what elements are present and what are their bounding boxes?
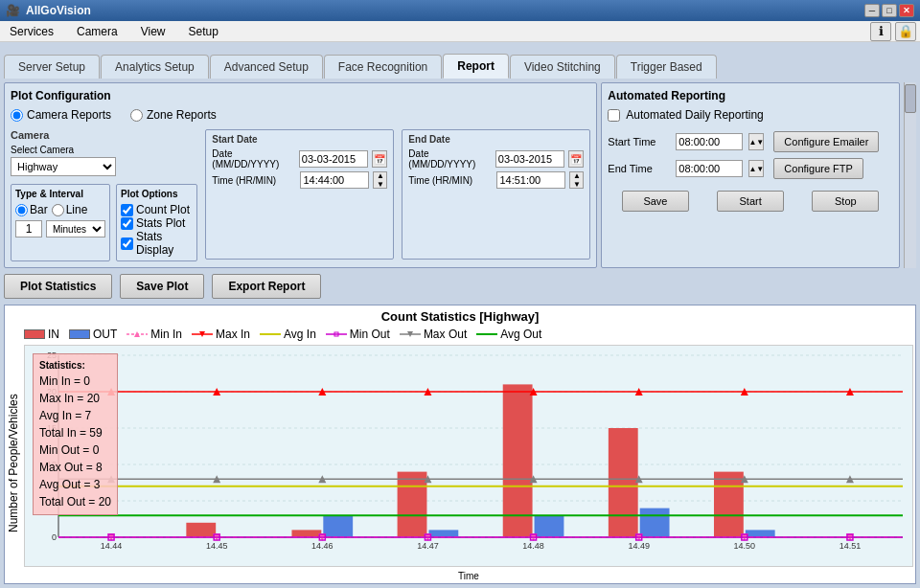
start-time-input[interactable] bbox=[300, 171, 369, 189]
stats-display-check[interactable] bbox=[121, 237, 133, 250]
camera-select[interactable]: Highway bbox=[11, 157, 116, 176]
end-time-input[interactable] bbox=[496, 171, 565, 189]
start-time-spin2[interactable]: ▲▼ bbox=[748, 133, 764, 150]
minimize-btn[interactable]: ─ bbox=[864, 4, 880, 17]
auto-daily-check[interactable] bbox=[608, 109, 620, 122]
menu-view[interactable]: View bbox=[135, 23, 172, 40]
plot-config-panel: Plot Configuration Camera Reports Zone R… bbox=[4, 82, 597, 268]
start-date-input[interactable] bbox=[299, 150, 368, 168]
tab-server-setup[interactable]: Server Setup bbox=[4, 55, 100, 79]
radio-camera-reports[interactable]: Camera Reports bbox=[11, 108, 111, 122]
tab-face-recognition[interactable]: Face Recognition bbox=[324, 55, 442, 79]
stat-line-5: Max Out = 8 bbox=[39, 459, 111, 476]
scroll-thumb[interactable] bbox=[905, 84, 916, 113]
legend-min-out: Min Out bbox=[326, 328, 390, 341]
save-plot-btn[interactable]: Save Plot bbox=[120, 274, 204, 299]
auto-report-title: Automated Reporting bbox=[608, 89, 893, 102]
stat-line-7: Total Out = 20 bbox=[39, 493, 111, 510]
legend-min-in: Min In bbox=[126, 328, 182, 341]
camera-label: Camera bbox=[11, 129, 197, 141]
menu-camera[interactable]: Camera bbox=[71, 23, 124, 40]
stat-line-4: Min Out = 0 bbox=[39, 441, 111, 459]
title-bar: 🎥 AllGoVision ─ □ ✕ bbox=[0, 0, 920, 21]
interval-select[interactable]: Minutes bbox=[46, 220, 105, 237]
stat-line-3: Total In = 59 bbox=[39, 424, 111, 441]
start-date-box: Start Date Date (MM/DD/YYYY) 📅 Time (HR/… bbox=[205, 129, 394, 260]
stat-line-1: Max In = 20 bbox=[39, 390, 111, 407]
select-camera-label: Select Camera bbox=[11, 145, 197, 155]
x-axis-label: Time bbox=[22, 569, 915, 583]
lock-icon[interactable]: 🔒 bbox=[895, 22, 916, 41]
close-btn[interactable]: ✕ bbox=[899, 4, 914, 17]
tab-analytics-setup[interactable]: Analytics Setup bbox=[101, 55, 209, 79]
plot-options-box: Plot Options Count Plot Stats Plot bbox=[116, 184, 197, 261]
type-interval-box: Type & Interval Bar Line bbox=[11, 184, 110, 261]
legend-in: IN bbox=[24, 328, 59, 341]
tab-video-stitching[interactable]: Video Stitching bbox=[510, 55, 615, 79]
chart-area: Statistics: Min In = 0 Max In = 20 Avg I… bbox=[24, 345, 913, 567]
tabs-bar: Server Setup Analytics Setup Advanced Se… bbox=[0, 42, 920, 79]
end-date-cal[interactable]: 📅 bbox=[568, 150, 585, 168]
main-content: Plot Configuration Camera Reports Zone R… bbox=[0, 79, 920, 588]
chart-title: Count Statistics [Highway] bbox=[5, 305, 915, 326]
menu-services[interactable]: Services bbox=[4, 23, 59, 40]
app-title: AllGoVision bbox=[26, 4, 91, 17]
tab-advanced-setup[interactable]: Advanced Setup bbox=[210, 55, 323, 79]
stop-btn[interactable]: Stop bbox=[812, 191, 879, 212]
radio-zone-reports[interactable]: Zone Reports bbox=[130, 108, 217, 122]
start-date-cal[interactable]: 📅 bbox=[372, 150, 388, 168]
stat-line-6: Avg Out = 3 bbox=[39, 476, 111, 493]
stat-line-0: Min In = 0 bbox=[39, 373, 111, 390]
end-date-box: End Date Date (MM/DD/YYYY) 📅 Time (HR/MI… bbox=[402, 129, 590, 260]
legend-max-out: Max Out bbox=[400, 328, 467, 341]
start-time-spin[interactable]: ▲▼ bbox=[373, 171, 387, 189]
legend-avg-in: Avg In bbox=[260, 328, 316, 341]
legend-max-in: Max In bbox=[192, 328, 250, 341]
count-plot-check[interactable] bbox=[121, 204, 133, 216]
end-date-input[interactable] bbox=[495, 150, 564, 168]
interval-input[interactable] bbox=[15, 220, 42, 237]
tab-report[interactable]: Report bbox=[443, 54, 509, 79]
bottom-btns: Plot Statistics Save Plot Export Report bbox=[4, 272, 916, 301]
tab-trigger-based[interactable]: Trigger Based bbox=[616, 55, 717, 79]
right-scrollbar[interactable] bbox=[904, 82, 916, 268]
radio-line[interactable]: Line bbox=[52, 203, 88, 216]
y-axis-label: Number of People/Vehicles bbox=[5, 343, 22, 583]
end-time-spin2[interactable]: ▲▼ bbox=[748, 160, 764, 177]
svg-marker-1 bbox=[134, 331, 140, 337]
auto-report-panel: Automated Reporting Automated Daily Repo… bbox=[601, 82, 900, 268]
legend-out: OUT bbox=[69, 328, 117, 341]
export-report-btn[interactable]: Export Report bbox=[212, 274, 321, 299]
app-icon: 🎥 bbox=[6, 4, 20, 17]
menu-setup[interactable]: Setup bbox=[183, 23, 224, 40]
stats-plot-check[interactable] bbox=[121, 217, 133, 230]
legend-avg-out: Avg Out bbox=[476, 328, 541, 341]
stats-title: Statistics: bbox=[39, 358, 111, 373]
stats-box: Statistics: Min In = 0 Max In = 20 Avg I… bbox=[33, 353, 118, 515]
configure-ftp-btn[interactable]: Configure FTP bbox=[773, 158, 863, 179]
save-btn[interactable]: Save bbox=[622, 191, 689, 212]
chart-legend: IN OUT Min In Max In Avg In Min Out bbox=[5, 326, 915, 343]
radio-bar[interactable]: Bar bbox=[15, 203, 48, 216]
end-time-spin[interactable]: ▲▼ bbox=[569, 171, 584, 189]
auto-end-time[interactable] bbox=[676, 160, 743, 177]
chart-panel: Count Statistics [Highway] IN OUT Min In… bbox=[4, 305, 916, 584]
configure-emailer-btn[interactable]: Configure Emailer bbox=[773, 131, 879, 152]
info-icon[interactable]: ℹ bbox=[870, 22, 891, 41]
maximize-btn[interactable]: □ bbox=[882, 4, 897, 17]
auto-start-time[interactable] bbox=[676, 133, 743, 150]
plot-statistics-btn[interactable]: Plot Statistics bbox=[4, 274, 112, 299]
plot-config-title: Plot Configuration bbox=[11, 89, 590, 102]
start-btn[interactable]: Start bbox=[717, 191, 784, 212]
stat-line-2: Avg In = 7 bbox=[39, 407, 111, 424]
menu-bar: Services Camera View Setup ℹ 🔒 bbox=[0, 21, 920, 42]
